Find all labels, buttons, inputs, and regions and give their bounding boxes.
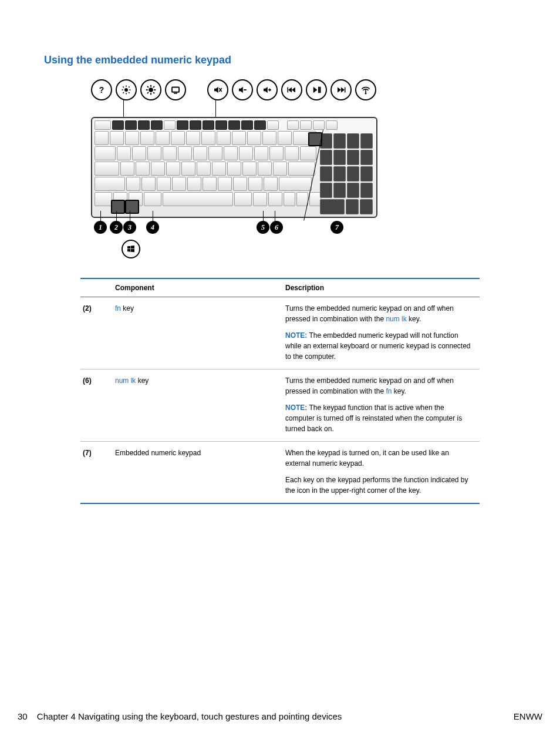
table-row: (7) Embedded numeric keypad When the key… [80, 442, 480, 503]
row-component: Embedded numeric keypad [115, 448, 285, 496]
row-component: num lk key [115, 375, 285, 434]
svg-line-8 [129, 86, 130, 88]
callout-4: 4 [146, 221, 159, 234]
row-number: (6) [80, 375, 115, 434]
volume-up-icon [257, 79, 278, 100]
svg-line-15 [153, 92, 154, 93]
footer-right: ENWW [514, 711, 542, 721]
callout-7: 7 [330, 221, 343, 234]
keyboard-diagram [91, 117, 377, 218]
svg-point-9 [149, 88, 153, 92]
svg-point-0 [124, 88, 128, 92]
table-row: (6) num lk key Turns the embedded numeri… [80, 369, 480, 442]
win-key-highlight [125, 200, 139, 214]
svg-line-6 [129, 92, 130, 93]
chapter-label: Chapter 4 Navigating using the keyboard,… [37, 711, 342, 721]
volume-down-icon [232, 79, 253, 100]
row-component: fn key [115, 303, 285, 362]
callout-5: 5 [257, 221, 269, 234]
svg-line-7 [123, 92, 124, 93]
svg-line-5 [123, 86, 124, 88]
row-description: Turns the embedded numeric keypad on and… [285, 375, 480, 434]
section-heading: Using the embedded numeric keypad [44, 54, 516, 66]
play-pause-icon [306, 79, 327, 100]
function-key-icon-row: ? [91, 79, 376, 100]
help-icon: ? [91, 79, 112, 100]
brightness-up-icon [140, 79, 161, 100]
page-footer: 30 Chapter 4 Navigating using the keyboa… [18, 711, 542, 721]
row-number: (7) [80, 448, 115, 496]
keyboard-figure: ? [91, 77, 373, 271]
table-row: (2) fn key Turns the embedded numeric ke… [80, 297, 480, 369]
callout-2: 2 [110, 221, 123, 234]
callout-3: 3 [123, 221, 136, 234]
mute-icon [207, 79, 228, 100]
page-number: 30 [18, 711, 28, 721]
switch-display-icon [165, 79, 186, 100]
brightness-down-icon [116, 79, 137, 100]
svg-line-16 [147, 92, 149, 93]
wireless-icon [355, 79, 376, 100]
next-track-icon [330, 79, 352, 100]
svg-rect-28 [345, 88, 346, 93]
fn-key-highlight [111, 200, 125, 214]
col-header-description: Description [285, 284, 480, 292]
row-number: (2) [80, 303, 115, 362]
row-description: Turns the embedded numeric keypad on and… [285, 303, 480, 362]
svg-line-14 [147, 86, 149, 88]
callout-6: 6 [270, 221, 283, 234]
col-header-component: Component [115, 284, 285, 292]
svg-point-29 [365, 93, 367, 95]
callout-1: 1 [94, 221, 107, 234]
component-table: Component Description (2) fn key Turns t… [80, 278, 480, 504]
svg-rect-27 [319, 87, 321, 93]
svg-rect-26 [318, 87, 319, 93]
svg-line-17 [153, 86, 154, 88]
svg-rect-18 [172, 88, 179, 92]
row-description: When the keypad is turned on, it can be … [285, 448, 480, 496]
svg-rect-25 [288, 88, 289, 93]
windows-logo-icon [122, 240, 140, 258]
prev-track-icon [281, 79, 302, 100]
